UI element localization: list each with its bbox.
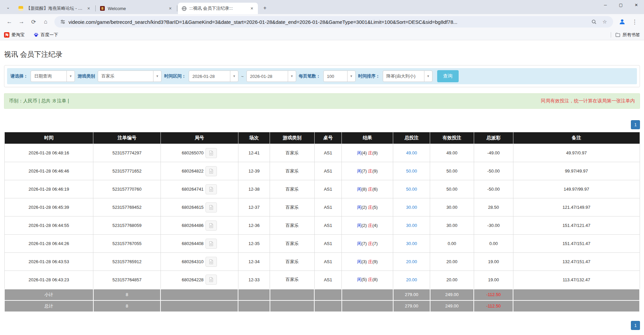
all-bookmarks[interactable]: 所有书签 (611, 32, 640, 38)
top-pagination: 1 (4, 120, 640, 129)
summary-empty-cell (270, 289, 314, 300)
filter-panel: 请选择： 日期查询 ▼ 游戏类别 百家乐 ▼ 时间区间： 2026-01-28 … (4, 65, 640, 87)
cell-bet-id: 523157770760 (93, 180, 161, 198)
address-bar[interactable]: videoie.com/game/betrecord_search/kind3?… (54, 16, 613, 28)
banker-result-number: (7) (372, 241, 378, 246)
cell-round-id: 680264310 (160, 253, 238, 271)
cell-table-no: AS1 (314, 180, 341, 198)
cell-total-bet[interactable]: 20.00 (393, 271, 430, 289)
date-end-value: 2026-01-28 (247, 74, 288, 79)
cell-total-bet[interactable]: 49.00 (393, 144, 430, 162)
player-result-number: (8) (362, 187, 368, 192)
cell-session: 12-35 (238, 235, 270, 253)
home-button[interactable]: ⌂ (40, 16, 51, 27)
search-button[interactable]: 查询 (437, 70, 459, 82)
reload-button[interactable]: ⟳ (28, 16, 39, 27)
minimize-button[interactable]: ─ (598, 0, 613, 10)
sort-label: 时间排序： (358, 73, 380, 79)
cell-total-bet[interactable]: 20.00 (393, 253, 430, 271)
cell-game-type: 百家乐 (270, 253, 314, 271)
bookmark-baidu[interactable]: 百度一下 (33, 32, 58, 38)
cell-time: 2026-01-28 06:46:19 (4, 180, 93, 198)
video-replay-button[interactable] (205, 257, 217, 267)
summary-total-bet: 279.00 (393, 300, 430, 312)
video-replay-button[interactable] (205, 239, 217, 249)
page-1-button[interactable]: 1 (631, 120, 640, 129)
summary-empty-cell (513, 300, 640, 312)
date-range-label: 时间区间： (164, 73, 186, 79)
video-replay-button[interactable] (205, 166, 217, 176)
bet-records-table: 时间注单编号局号场次游戏类别桌号结果总投注有效投注总派彩备注 2026-01-2… (4, 132, 640, 312)
zoom-magnifier-icon[interactable] (590, 17, 598, 26)
summary-row: 总计8279.00249.00-112.50 (4, 300, 640, 312)
window-controls: ─ ▢ ✕ (598, 0, 644, 10)
forward-button[interactable]: → (16, 16, 27, 27)
total-bet-link[interactable]: 30.00 (406, 223, 417, 228)
player-result-number: (7) (362, 169, 368, 174)
date-end-select[interactable]: 2026-01-28 ▼ (246, 70, 296, 82)
cell-total-bet[interactable]: 50.00 (393, 162, 430, 180)
total-bet-link[interactable]: 50.00 (406, 187, 417, 192)
total-bet-link[interactable]: 49.00 (406, 150, 417, 155)
cell-payout: 28.50 (474, 198, 513, 217)
summary-count: 8 (93, 300, 161, 312)
tab-welcome[interactable]: Welcome ✕ (96, 3, 176, 14)
tab-search-chevron-icon[interactable]: ⌄ (3, 3, 13, 12)
url-text[interactable]: videoie.com/game/betrecord_search/kind3?… (68, 19, 588, 25)
sort-select[interactable]: 降幂(由大到小) ▼ (383, 70, 432, 82)
date-start-select[interactable]: 2026-01-28 ▼ (189, 70, 238, 82)
cell-total-bet[interactable]: 30.00 (393, 198, 430, 217)
total-bet-link[interactable]: 30.00 (406, 205, 417, 210)
tab-strip: ⌄ 【新提醒】海燕策略论坛 - 综合 ✕ Welcome ✕ :::视讯 会员下… (0, 0, 644, 14)
page-1-button[interactable]: 1 (631, 321, 640, 330)
round-id-text: 680265070 (182, 150, 203, 155)
cell-result: 闲(7) 庄(9) (342, 162, 393, 180)
page-size-select[interactable]: 100 ▼ (323, 70, 356, 82)
total-bet-link[interactable]: 50.00 (406, 169, 417, 174)
column-header: 游戏类别 (270, 132, 314, 144)
video-replay-button[interactable] (205, 148, 217, 158)
total-bet-link[interactable]: 20.00 (406, 277, 417, 282)
browser-menu-icon[interactable]: ⋮ (629, 16, 640, 27)
banker-result-label: 庄 (368, 150, 372, 155)
table-row: 2026-01-28 06:44:55523157768059680264486… (4, 217, 640, 235)
maximize-button[interactable]: ▢ (613, 0, 629, 10)
cell-game-type: 百家乐 (270, 180, 314, 198)
bookmark-star-icon[interactable]: ☆ (600, 17, 609, 26)
cell-table-no: AS1 (314, 253, 341, 271)
tab-close-icon[interactable]: ✕ (86, 6, 91, 11)
banker-result-number: (9) (372, 169, 378, 174)
close-window-button[interactable]: ✕ (629, 0, 644, 10)
cell-total-bet[interactable]: 30.00 (393, 235, 430, 253)
query-type-select[interactable]: 日期查询 ▼ (31, 70, 75, 82)
cell-valid-bet: 20.00 (430, 271, 474, 289)
tab-bet-records-active[interactable]: :::视讯 会员下注纪录::: ✕ (178, 3, 258, 14)
game-type-select[interactable]: 百家乐 ▼ (98, 70, 162, 82)
site-settings-tune-icon[interactable] (58, 17, 67, 26)
cell-total-bet[interactable]: 50.00 (393, 180, 430, 198)
round-id-text: 680264615 (182, 205, 203, 210)
tab-close-icon[interactable]: ✕ (168, 6, 173, 11)
video-replay-button[interactable] (205, 221, 217, 231)
new-tab-button[interactable]: + (261, 4, 269, 12)
cell-total-bet[interactable]: 30.00 (393, 217, 430, 235)
round-id-text: 680264486 (182, 223, 203, 228)
profile-avatar-icon[interactable] (617, 17, 627, 27)
total-bet-link[interactable]: 20.00 (406, 259, 417, 264)
video-replay-button[interactable] (205, 184, 217, 194)
total-bet-link[interactable]: 30.00 (406, 241, 417, 246)
cell-session: 12-33 (238, 271, 270, 289)
video-replay-button[interactable] (205, 275, 217, 285)
tab-forum[interactable]: 【新提醒】海燕策略论坛 - 综合 ✕ (15, 3, 95, 14)
game-type-value: 百家乐 (98, 73, 153, 79)
bookmark-taobao[interactable]: 淘 爱淘宝 (4, 32, 25, 38)
back-button[interactable]: ← (4, 16, 15, 27)
video-replay-button[interactable] (205, 202, 217, 212)
cell-time: 2026-01-28 06:46:46 (4, 162, 93, 180)
player-result-label: 闲 (357, 205, 362, 210)
date-separator: ~ (241, 74, 244, 79)
cell-valid-bet: 20.00 (430, 253, 474, 271)
cell-remark: 113.47/132.47 (513, 271, 640, 289)
column-header: 桌号 (314, 132, 341, 144)
tab-close-icon[interactable]: ✕ (249, 6, 255, 11)
